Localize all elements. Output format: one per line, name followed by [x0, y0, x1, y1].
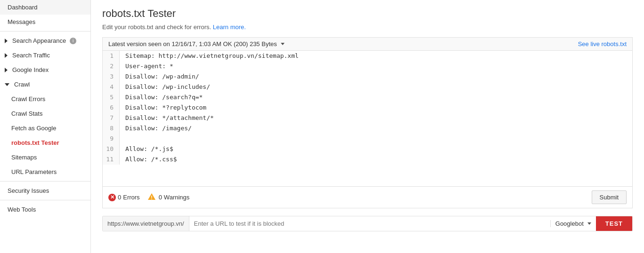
line-number: 10	[103, 144, 120, 154]
line-number: 1	[103, 51, 120, 61]
code-line: 10Allow: /*.js$	[103, 144, 632, 154]
web-tools-label: Web Tools	[8, 206, 36, 213]
sidebar: Dashboard Messages Search Appearance i S…	[0, 0, 91, 253]
svg-text:!: !	[151, 195, 152, 200]
line-number: 7	[103, 113, 120, 123]
bot-label: Googlebot	[555, 220, 584, 227]
crawl-errors-label: Crawl Errors	[11, 95, 45, 103]
robots-txt-tester-label: robots.txt Tester	[11, 139, 59, 146]
dashboard-label: Dashboard	[8, 4, 38, 11]
version-text: Latest version seen on 12/16/17, 1:03 AM…	[108, 40, 277, 47]
divider-2	[0, 181, 90, 182]
line-content: Allow: /*.js$	[120, 144, 173, 154]
version-label: Latest version seen on 12/16/17, 1:03 AM…	[108, 40, 285, 47]
code-line: 6Disallow: *?replytocom	[103, 103, 632, 113]
line-content: User-agent: *	[120, 61, 173, 71]
url-test-input[interactable]	[189, 216, 550, 231]
sitemaps-label: Sitemaps	[11, 154, 37, 161]
line-number: 2	[103, 61, 120, 71]
arrow-right-icon-3	[5, 68, 8, 72]
sidebar-item-dashboard[interactable]: Dashboard	[0, 0, 90, 15]
line-number: 8	[103, 123, 120, 134]
line-content: Disallow: /images/	[120, 123, 192, 134]
crawl-label: Crawl	[14, 81, 30, 88]
status-bar: ✕ 0 Errors ! 0 Warnings Submit	[102, 187, 633, 208]
line-number: 4	[103, 82, 120, 92]
submit-button[interactable]: Submit	[592, 190, 627, 204]
sidebar-item-crawl[interactable]: Crawl	[0, 77, 90, 92]
line-number: 9	[103, 134, 120, 144]
error-badge: ✕ 0 Errors	[108, 194, 140, 201]
page-description: Edit your robots.txt and check for error…	[102, 24, 633, 31]
error-icon: ✕	[108, 194, 116, 201]
line-content: Disallow: */attachment/*	[120, 113, 214, 123]
code-line: 9	[103, 134, 632, 144]
sidebar-item-google-index[interactable]: Google Index	[0, 63, 90, 77]
sidebar-item-fetch-as-google[interactable]: Fetch as Google	[0, 121, 90, 135]
version-dropdown-caret[interactable]	[281, 43, 285, 45]
info-icon: i	[70, 38, 76, 44]
url-parameters-label: URL Parameters	[11, 168, 57, 175]
description-text: Edit your robots.txt and check for error…	[102, 24, 211, 31]
google-index-label: Google Index	[12, 66, 49, 73]
page-title: robots.txt Tester	[102, 8, 633, 20]
line-number: 5	[103, 92, 120, 103]
line-content: Disallow: *?replytocom	[120, 103, 206, 113]
search-appearance-label: Search Appearance	[12, 37, 66, 44]
sidebar-item-sitemaps[interactable]: Sitemaps	[0, 150, 90, 165]
error-count: 0	[118, 194, 121, 201]
sidebar-item-crawl-errors[interactable]: Crawl Errors	[0, 92, 90, 106]
code-line: 4Disallow: /wp-includes/	[103, 82, 632, 92]
warning-badge: ! 0 Warnings	[147, 193, 190, 202]
crawl-stats-label: Crawl Stats	[11, 110, 42, 117]
code-editor[interactable]: 1Sitemap: http://www.vietnetgroup.vn/sit…	[102, 50, 633, 187]
line-content: Disallow: /search?q=*	[120, 92, 203, 103]
divider-3	[0, 200, 90, 200]
warning-label: Warnings	[164, 194, 189, 201]
security-issues-label: Security Issues	[8, 187, 49, 194]
arrow-right-icon-2	[5, 53, 8, 58]
line-content: Sitemap: http://www.vietnetgroup.vn/site…	[120, 51, 299, 61]
url-prefix: https://www.vietnetgroup.vn/	[103, 216, 189, 231]
version-bar: Latest version seen on 12/16/17, 1:03 AM…	[102, 37, 633, 50]
bot-selector[interactable]: Googlebot	[550, 220, 596, 227]
code-line: 7Disallow: */attachment/*	[103, 113, 632, 123]
test-button[interactable]: TEST	[596, 216, 632, 231]
bot-dropdown-caret[interactable]	[587, 222, 591, 225]
line-number: 3	[103, 71, 120, 82]
status-left: ✕ 0 Errors ! 0 Warnings	[108, 193, 189, 202]
code-line: 5Disallow: /search?q=*	[103, 92, 632, 103]
search-traffic-label: Search Traffic	[12, 52, 50, 59]
line-content: Disallow: /wp-includes/	[120, 82, 210, 92]
sidebar-item-messages[interactable]: Messages	[0, 15, 90, 29]
arrow-down-icon	[5, 83, 9, 86]
line-content: Allow: /*.css$	[120, 154, 177, 165]
fetch-as-google-label: Fetch as Google	[11, 125, 56, 132]
error-label: Errors	[123, 194, 139, 201]
code-line: 8Disallow: /images/	[103, 123, 632, 134]
code-line: 2User-agent: *	[103, 61, 632, 71]
sidebar-item-web-tools[interactable]: Web Tools	[0, 202, 90, 217]
warning-count: 0	[159, 194, 162, 201]
warning-icon: !	[147, 193, 156, 202]
sidebar-item-search-traffic[interactable]: Search Traffic	[0, 48, 90, 63]
sidebar-item-search-appearance[interactable]: Search Appearance i	[0, 33, 90, 48]
see-live-link[interactable]: See live robots.txt	[578, 40, 627, 47]
arrow-right-icon	[5, 39, 8, 43]
divider-1	[0, 31, 90, 32]
messages-label: Messages	[8, 18, 35, 25]
line-number: 6	[103, 103, 120, 113]
main-content: robots.txt Tester Edit your robots.txt a…	[91, 0, 644, 253]
code-line: 3Disallow: /wp-admin/	[103, 71, 632, 82]
learn-more-link[interactable]: Learn more.	[213, 24, 246, 31]
url-test-bar: https://www.vietnetgroup.vn/ Googlebot T…	[102, 216, 633, 231]
sidebar-item-security-issues[interactable]: Security Issues	[0, 183, 90, 198]
sidebar-item-robots-txt-tester[interactable]: robots.txt Tester	[0, 135, 90, 150]
sidebar-item-url-parameters[interactable]: URL Parameters	[0, 165, 90, 179]
line-number: 11	[103, 154, 120, 165]
code-line: 1Sitemap: http://www.vietnetgroup.vn/sit…	[103, 51, 632, 61]
code-line: 11Allow: /*.css$	[103, 154, 632, 165]
line-content: Disallow: /wp-admin/	[120, 71, 199, 82]
sidebar-item-crawl-stats[interactable]: Crawl Stats	[0, 106, 90, 121]
